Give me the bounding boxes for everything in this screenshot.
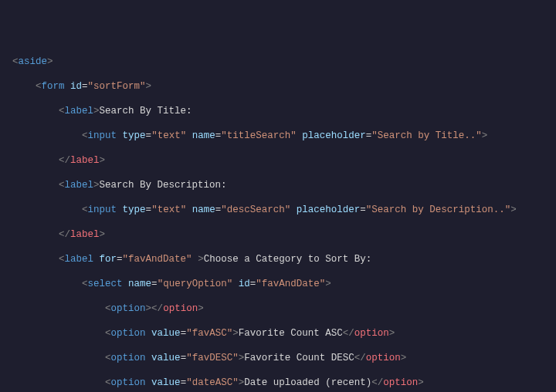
- attr-id: id: [70, 81, 82, 92]
- code-line: </label>: [0, 154, 556, 167]
- text-favasc: Favorite Count ASC: [239, 328, 343, 339]
- val-desc-placeholder: "Search by Description..": [366, 204, 511, 215]
- code-line: <label for="favAndDate" >Choose a Catego…: [0, 253, 556, 265]
- code-line: <label>Search By Title:: [0, 105, 556, 117]
- code-line: <option></option>: [0, 302, 556, 315]
- code-line: <form id="sortForm">: [0, 80, 556, 93]
- val-title-placeholder: "Search by Title..": [371, 130, 482, 141]
- tag-input: input: [88, 130, 117, 141]
- tag-label-close: label: [70, 155, 100, 166]
- code-line: <option value="favASC">Favorite Count AS…: [0, 327, 556, 340]
- text-favdesc: Favorite Count DESC: [244, 353, 354, 363]
- code-line: <aside>: [0, 56, 556, 68]
- text-search-title: Search By Title:: [100, 106, 192, 117]
- tag-option: option: [111, 303, 146, 314]
- code-line: <input type="text" name="titleSearch" pl…: [0, 130, 556, 142]
- text-choose-category: Choose a Category to Sort By:: [204, 254, 372, 265]
- code-line: <select name="queryOption" id="favAndDat…: [0, 278, 556, 290]
- val-sortForm: "sortForm": [88, 81, 146, 92]
- tag-select-open: select: [88, 279, 123, 289]
- bracket: <: [12, 56, 19, 67]
- text-search-desc: Search By Description:: [100, 180, 227, 191]
- code-line: <label>Search By Description:: [0, 179, 556, 191]
- code-line: <input type="text" name="descSearch" pla…: [0, 204, 556, 216]
- code-line: <option value="favDESC">Favorite Count D…: [0, 352, 556, 364]
- text-dateasc: Date uploaded (recent): [244, 377, 371, 388]
- bracket: >: [47, 56, 53, 67]
- code-line: </label>: [0, 228, 556, 241]
- code-line: <option value="dateASC">Date uploaded (r…: [0, 377, 556, 389]
- tag-label-open: label: [65, 106, 94, 117]
- tag-form-open: form: [42, 81, 65, 92]
- tag-aside-open: aside: [19, 56, 48, 67]
